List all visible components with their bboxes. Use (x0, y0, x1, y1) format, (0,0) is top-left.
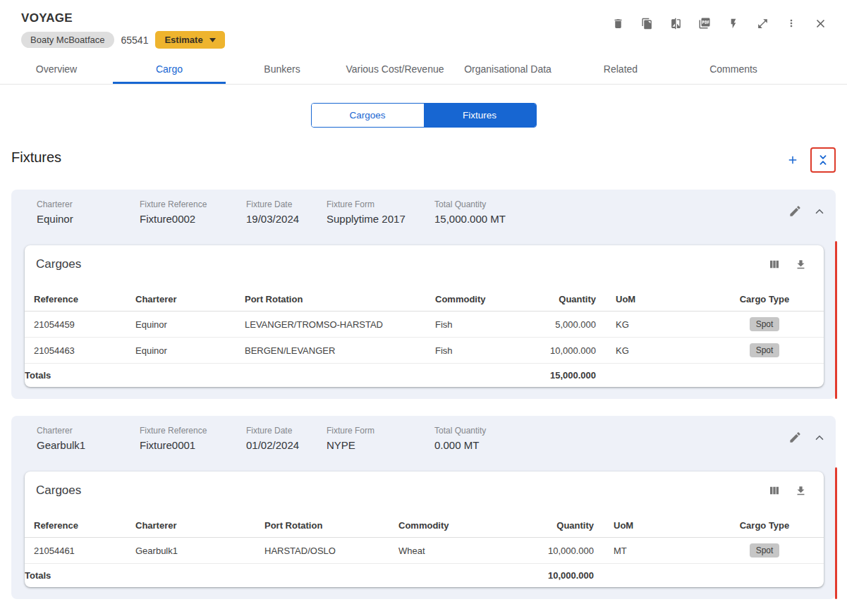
voyage-identity-row: Boaty McBoatface 65541 Estimate (21, 31, 826, 49)
cell-uom: KG (607, 312, 705, 338)
cell-port-rotation: BERGEN/LEVANGER (245, 338, 435, 364)
cell-reference: 21054461 (25, 538, 135, 564)
tab-overview[interactable]: Overview (0, 55, 113, 84)
field-value: NYPE (327, 439, 434, 451)
toggle-fixtures-button[interactable]: Fixtures (424, 104, 536, 127)
cell-port-rotation: HARSTAD/OSLO (264, 538, 398, 564)
field-label: Charterer (37, 426, 140, 436)
tab-related[interactable]: Related (564, 55, 677, 84)
empty-cell (264, 564, 398, 588)
cell-commodity: Fish (435, 338, 520, 364)
edit-fixture-button[interactable] (788, 204, 802, 218)
card-bottom-spacer (11, 587, 836, 599)
more-options-icon[interactable] (784, 16, 798, 30)
estimate-dropdown-button[interactable]: Estimate (155, 31, 224, 49)
edit-fixture-button[interactable] (788, 431, 802, 444)
column-header-cargo-type: Cargo Type (705, 514, 824, 538)
columns-icon[interactable] (768, 484, 781, 497)
cell-commodity: Fish (435, 312, 520, 338)
column-header-quantity: Quantity (513, 514, 605, 538)
cargoes-card: Cargoes Reference Charterer Port Rotatio… (25, 245, 824, 387)
validation-alert-bar (835, 467, 837, 599)
column-header-port-rotation: Port Rotation (264, 514, 398, 538)
column-header-charterer: Charterer (135, 288, 245, 312)
view-toggle-wrap: Cargoes Fixtures (0, 103, 847, 128)
fixture-card: Charterer Equinor Fixture Reference Fixt… (11, 190, 836, 399)
vessel-chip: Boaty McBoatface (21, 32, 114, 48)
field-value: 0.000 MT (434, 439, 486, 451)
empty-cell (435, 364, 520, 388)
table-row[interactable]: 21054459 Equinor LEVANGER/TROMSO-HARSTAD… (25, 312, 824, 338)
fixture-field-date: Fixture Date 01/02/2024 (246, 426, 327, 463)
compare-icon[interactable] (669, 16, 683, 30)
field-value: Gearbulk1 (37, 439, 140, 451)
fixture-header: Charterer Equinor Fixture Reference Fixt… (11, 190, 836, 245)
fixture-field-form: Fixture Form NYPE (327, 426, 434, 463)
empty-cell (705, 364, 824, 388)
cell-port-rotation: LEVANGER/TROMSO-HARSTAD (245, 312, 435, 338)
field-label: Fixture Form (327, 426, 434, 436)
field-label: Total Quantity (434, 426, 486, 436)
download-icon[interactable] (795, 485, 807, 497)
tab-various-cost-revenue[interactable]: Various Cost/Revenue (339, 55, 451, 84)
pencil-icon (788, 431, 802, 444)
fixtures-section-title: Fixtures (11, 147, 61, 166)
estimate-label: Estimate (164, 35, 202, 45)
pdf-export-icon[interactable] (697, 16, 712, 30)
cell-cargo-type: Spot (705, 312, 824, 338)
delete-icon[interactable] (611, 16, 625, 30)
collapse-fixture-button[interactable] (813, 205, 826, 218)
validation-alert-bar (835, 241, 837, 399)
chevron-up-icon (813, 205, 826, 218)
window-toolbar (611, 16, 827, 30)
totals-label: Totals (25, 364, 135, 388)
copy-icon[interactable] (640, 16, 654, 30)
expand-icon[interactable] (755, 16, 769, 30)
cell-cargo-type: Spot (705, 338, 824, 364)
cargoes-card-header: Cargoes (25, 472, 824, 498)
cargoes-title: Cargoes (36, 483, 81, 498)
toggle-cargoes-button[interactable]: Cargoes (312, 104, 424, 127)
chevron-up-icon (813, 431, 826, 444)
cell-cargo-type: Spot (705, 538, 824, 564)
tab-cargo[interactable]: Cargo (113, 55, 226, 84)
collapse-fixture-button[interactable] (813, 431, 826, 444)
cell-uom: KG (607, 338, 705, 364)
tab-bunkers[interactable]: Bunkers (226, 55, 339, 84)
caret-down-icon (209, 38, 216, 42)
totals-quantity: 15,000.000 (520, 364, 607, 388)
cell-uom: MT (605, 538, 705, 564)
table-row[interactable]: 21054461 Gearbulk1 HARSTAD/OSLO Wheat 10… (25, 538, 824, 564)
tab-organisational-data[interactable]: Organisational Data (451, 55, 564, 84)
column-header-port-rotation: Port Rotation (245, 288, 435, 312)
fixture-card: Charterer Gearbulk1 Fixture Reference Fi… (11, 416, 836, 599)
column-header-quantity: Quantity (520, 288, 607, 312)
fixture-field-reference: Fixture Reference Fixture0002 (140, 199, 246, 237)
tab-comments[interactable]: Comments (677, 55, 790, 84)
fixture-header: Charterer Gearbulk1 Fixture Reference Fi… (11, 416, 836, 472)
cargoes-title: Cargoes (36, 257, 81, 271)
pencil-icon (788, 204, 802, 218)
column-header-commodity: Commodity (435, 288, 520, 312)
cargo-type-badge: Spot (750, 317, 780, 331)
table-row[interactable]: 21054463 Equinor BERGEN/LEVANGER Fish 10… (25, 338, 824, 364)
add-fixture-button[interactable] (784, 147, 802, 173)
empty-cell (245, 364, 435, 388)
collapse-all-button[interactable] (810, 147, 836, 173)
field-value: 15,000.000 MT (434, 213, 506, 225)
column-header-reference: Reference (25, 514, 135, 538)
field-value: Fixture0001 (140, 439, 246, 451)
flash-icon[interactable] (726, 16, 741, 30)
close-icon[interactable] (813, 16, 827, 30)
empty-cell (605, 564, 705, 588)
column-header-commodity: Commodity (398, 514, 513, 538)
column-header-uom: UoM (607, 288, 705, 312)
download-icon[interactable] (795, 259, 807, 271)
field-label: Fixture Date (246, 199, 327, 209)
columns-icon[interactable] (768, 258, 781, 271)
column-header-reference: Reference (25, 288, 135, 312)
cargoes-card: Cargoes Reference Charterer Port Rotatio… (25, 472, 824, 587)
empty-cell (135, 564, 264, 588)
empty-cell (135, 364, 245, 388)
field-value: 19/03/2024 (246, 213, 327, 225)
